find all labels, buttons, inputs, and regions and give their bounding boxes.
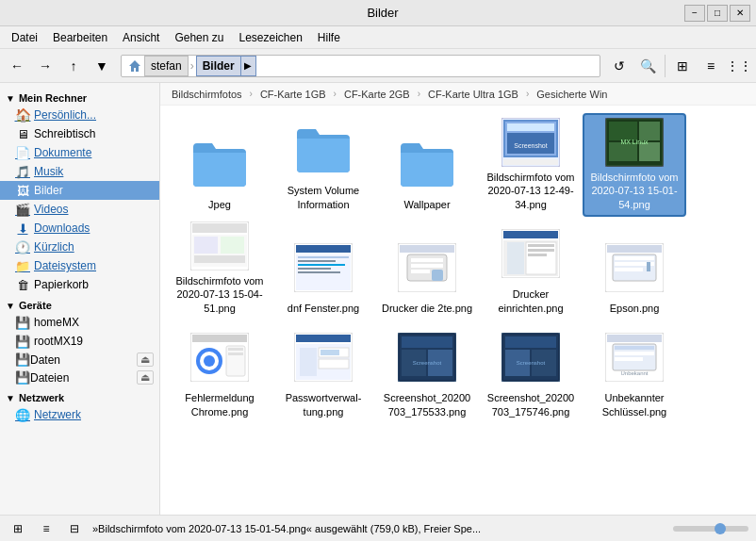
file-label: Bildschirmfoto vom 2020-07-13 15-01-54.p…: [588, 171, 681, 211]
file-item-screenshot2[interactable]: MX Linux Bildschirmfoto vom 2020-07-13 1…: [583, 113, 686, 217]
sidebar-item-personal[interactable]: Persönlich...: [0, 106, 159, 124]
eject-icon[interactable]: ⏏: [137, 352, 154, 367]
svg-rect-11: [639, 122, 660, 140]
sidebar-item-filesystem[interactable]: Dateisystem: [0, 256, 159, 275]
breadcrumb-item-cfkarte1[interactable]: CF-Karte 1GB: [253, 83, 334, 106]
file-item-wallpaper[interactable]: Wallpaper: [375, 113, 479, 217]
back-button[interactable]: ←: [4, 53, 30, 79]
statusbar-view1-button[interactable]: ⊞: [8, 518, 28, 539]
path-current-label[interactable]: Bilder: [196, 56, 241, 76]
svg-rect-9: [609, 122, 637, 140]
file-label: Bildschirmfoto vom 2020-07-13 15-04-51.p…: [173, 274, 266, 315]
breadcrumb-item-bildschirmfotos[interactable]: Bildschirmfotos: [164, 83, 250, 106]
path-home-label[interactable]: stefan: [144, 56, 189, 76]
status-text: »Bildschirmfoto vom 2020-07-13 15-01-54.…: [92, 523, 666, 534]
menu-item-gehen zu[interactable]: Gehen zu: [167, 29, 231, 46]
menu-item-ansicht[interactable]: Ansicht: [115, 29, 167, 46]
view-compact-button[interactable]: ⋮⋮: [726, 53, 752, 79]
sidebar-item-trash[interactable]: Papierkorb: [0, 275, 159, 294]
menu-item-bearbeiten[interactable]: Bearbeiten: [45, 29, 115, 46]
sidebar-section-network-header[interactable]: ▼ Netzwerk: [0, 390, 159, 405]
svg-rect-40: [528, 244, 554, 247]
history-button[interactable]: ▼: [89, 53, 115, 79]
file-item-unbekannter[interactable]: Unbekannt Unbekannter Schlüssel.png: [583, 320, 686, 424]
svg-rect-32: [411, 264, 443, 268]
view-icons-button[interactable]: ⊞: [669, 53, 696, 79]
breadcrumb-item-cfkarte2[interactable]: CF-Karte 2GB: [337, 83, 418, 106]
sidebar-item-desktop[interactable]: Schreibtisch: [0, 124, 159, 143]
svg-rect-31: [411, 258, 443, 262]
menu-item-hilfe[interactable]: Hilfe: [310, 29, 348, 46]
path-dropdown-button[interactable]: ▶: [241, 56, 256, 76]
view-list-button[interactable]: ≡: [698, 53, 724, 79]
statusbar-view2-button[interactable]: ≡: [36, 518, 57, 539]
file-label: Drucker einrichten.png: [485, 287, 577, 315]
svg-rect-49: [647, 262, 650, 271]
file-item-screenshot175533[interactable]: Screenshot Screenshot_20200703_175533.pn…: [375, 320, 479, 424]
svg-rect-41: [528, 249, 554, 252]
zoom-thumb[interactable]: [715, 523, 726, 534]
path-bar: stefan › Bilder ▶: [121, 55, 600, 77]
sidebar-item-music[interactable]: Musik: [0, 162, 159, 181]
breadcrumb-item-cfkarteu[interactable]: CF-Karte Ultra 1GB: [420, 83, 526, 106]
minimize-button[interactable]: −: [684, 5, 705, 22]
sidebar-item-bilder[interactable]: Bilder: [0, 181, 159, 200]
file-item-screenshot175746[interactable]: Screenshot Screenshot_20200703_175746.pn…: [479, 320, 583, 424]
file-label: Epson.png: [610, 302, 660, 315]
file-item-jpeg[interactable]: Jpeg: [168, 113, 271, 217]
svg-text:Screenshot: Screenshot: [514, 142, 547, 149]
file-item-system-volume[interactable]: System Volume Information: [271, 113, 375, 217]
sidebar-item-rootmx[interactable]: rootMX19: [0, 332, 159, 351]
sidebar-item-videos[interactable]: Videos: [0, 200, 159, 219]
file-item-dnf[interactable]: dnf Fenster.png: [271, 217, 375, 320]
desk-icon: [15, 126, 30, 141]
sidebar-item-downloads[interactable]: Downloads: [0, 219, 159, 238]
sidebar-section-mycomputer-header[interactable]: ▼ Mein Rechner: [0, 90, 159, 106]
sidebar-section-devices-header[interactable]: ▼ Geräte: [0, 298, 159, 313]
file-item-passwortverwaltung[interactable]: Passwortverwal-tung.png: [271, 320, 375, 424]
sidebar-item-daten[interactable]: Daten ⏏: [0, 351, 159, 369]
hdd-icon: [15, 315, 30, 330]
sidebar-item-label: Daten: [30, 353, 137, 367]
up-button[interactable]: ↑: [60, 53, 87, 79]
svg-rect-6: [503, 159, 558, 165]
svg-rect-63: [319, 359, 349, 369]
svg-rect-56: [228, 348, 243, 351]
search-button[interactable]: 🔍: [634, 53, 661, 79]
file-item-screenshot1[interactable]: Screenshot Bildschirmfoto vom 2020-07-13…: [479, 113, 583, 217]
file-item-screenshot3[interactable]: Bildschirmfoto vom 2020-07-13 15-04-51.p…: [168, 217, 271, 320]
sidebar-item-label: Netzwerk: [34, 408, 81, 421]
sidebar-item-label: Schreibtisch: [34, 127, 95, 140]
file-item-drucker[interactable]: Drucker einrichten.png: [479, 217, 583, 320]
breadcrumb-item-gesicherte[interactable]: Gesicherte Win: [529, 83, 615, 106]
menubar: DateiBearbeitenAnsichtGehen zuLesezeiche…: [0, 26, 756, 49]
file-item-epson[interactable]: Epson.png: [583, 217, 686, 320]
file-label: Bildschirmfoto vom 2020-07-13 12-49-34.p…: [485, 171, 577, 211]
forward-button[interactable]: →: [32, 53, 58, 79]
zoom-track[interactable]: [673, 526, 748, 532]
sidebar-item-recent[interactable]: Kürzlich: [0, 238, 159, 256]
vid-icon: [15, 202, 30, 217]
file-label: Wallpaper: [403, 198, 450, 211]
svg-rect-19: [194, 255, 245, 263]
maximize-button[interactable]: □: [707, 5, 728, 22]
close-button[interactable]: ✕: [730, 5, 750, 22]
sidebar-item-netzwerk[interactable]: Netzwerk: [0, 405, 159, 424]
sidebar-item-homemx[interactable]: homeMX: [0, 313, 159, 332]
svg-rect-12: [639, 142, 660, 161]
svg-rect-15: [192, 223, 247, 233]
window-controls: − □ ✕: [684, 5, 750, 22]
section-arrow: ▼: [6, 393, 15, 403]
file-item-fehlermeldung[interactable]: Fehlermeldung Chrome.png: [168, 320, 271, 424]
sidebar-item-label: Videos: [34, 203, 68, 216]
svg-text:Unbekannt: Unbekannt: [620, 370, 648, 376]
statusbar-view3-button[interactable]: ⊟: [64, 518, 85, 539]
menu-item-datei[interactable]: Datei: [4, 29, 45, 46]
eject-icon[interactable]: ⏏: [137, 370, 154, 385]
file-item-drucker2[interactable]: Drucker die 2te.png: [375, 217, 479, 320]
menu-item-lesezeichen[interactable]: Lesezeichen: [231, 29, 309, 46]
sidebar-item-dateien[interactable]: Dateien ⏏: [0, 369, 159, 386]
sidebar-item-documents[interactable]: Dokumente: [0, 143, 159, 162]
reload-button[interactable]: ↺: [606, 53, 633, 79]
svg-text:MX Linux: MX Linux: [620, 139, 649, 145]
